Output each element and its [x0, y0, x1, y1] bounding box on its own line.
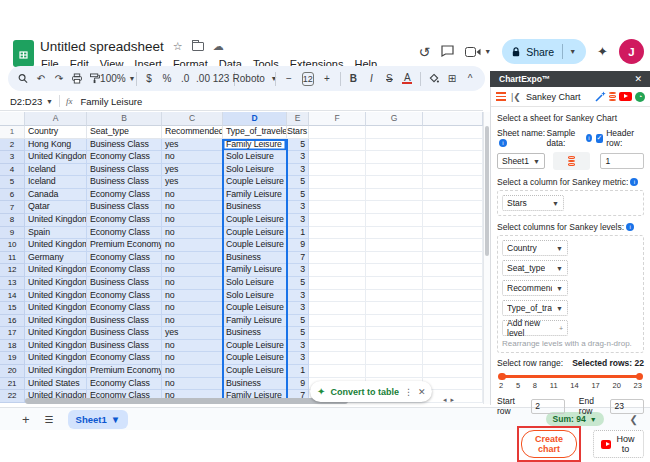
cell[interactable]: 1 [287, 227, 309, 240]
zoom-select[interactable]: 100% ▼ [108, 73, 128, 84]
cell[interactable] [366, 176, 423, 189]
cell[interactable]: United Kingdom [25, 365, 87, 378]
fill-color-icon[interactable] [429, 73, 439, 84]
cell[interactable]: Business [223, 201, 287, 214]
cell[interactable] [309, 340, 366, 353]
cell[interactable] [309, 201, 366, 214]
level-select-type-of-trav-[interactable]: Type_of_trav...▼ [502, 300, 568, 316]
row-header[interactable]: 14 [0, 290, 25, 303]
comment-icon[interactable] [441, 43, 454, 61]
row-header[interactable]: 12 [0, 264, 25, 277]
cell[interactable] [309, 302, 366, 315]
cell[interactable]: no [162, 151, 223, 164]
cell[interactable]: Couple Leisure [223, 176, 287, 189]
cell[interactable]: Qatar [25, 201, 87, 214]
select-all-corner[interactable] [0, 112, 25, 126]
cell[interactable]: Couple Leisure [223, 365, 287, 378]
decrease-font-size-button[interactable]: − [284, 73, 294, 84]
cell[interactable] [423, 189, 483, 202]
column-header[interactable]: C [162, 112, 223, 126]
cell[interactable]: no [162, 252, 223, 265]
cell[interactable] [423, 290, 483, 303]
cell[interactable]: United Kingdom [25, 327, 87, 340]
cell[interactable] [309, 164, 366, 177]
cell[interactable] [366, 352, 423, 365]
cell[interactable] [366, 239, 423, 252]
convert-to-table-label[interactable]: Convert to table [330, 387, 399, 397]
text-color-button[interactable]: A [402, 73, 412, 84]
row-header[interactable]: 9 [0, 227, 25, 240]
cell[interactable]: 3 [287, 290, 309, 303]
magic-wand-icon[interactable] [595, 91, 606, 102]
cell[interactable]: Canada [25, 189, 87, 202]
cell[interactable]: Economy Class [87, 264, 162, 277]
more-options-icon[interactable]: ⋮ [404, 387, 413, 397]
cell[interactable]: Solo Leisure [223, 164, 287, 177]
cell[interactable]: 3 [287, 352, 309, 365]
undo-icon[interactable]: ↶ [36, 73, 46, 84]
column-header[interactable]: G [366, 112, 423, 126]
cell[interactable]: Couple Leisure [223, 302, 287, 315]
cell[interactable] [366, 214, 423, 227]
history-icon[interactable]: ↺ [418, 45, 430, 59]
cell[interactable]: Iceland [25, 176, 87, 189]
account-avatar[interactable]: J [619, 39, 644, 64]
sample-data-button[interactable] [553, 152, 591, 170]
font-select[interactable]: Roboto ▼ [243, 73, 268, 84]
horizontal-scroll-arrows[interactable]: ◂▸ [443, 396, 458, 404]
vertical-scrollbar[interactable] [483, 112, 490, 404]
cell[interactable] [423, 126, 483, 139]
row-header[interactable]: 8 [0, 214, 25, 227]
cell[interactable] [423, 139, 483, 152]
cell[interactable] [309, 126, 366, 139]
back-icon[interactable]: |❮ [511, 92, 521, 102]
gemini-icon[interactable]: ✦ [597, 44, 608, 59]
name-box-dropdown-icon[interactable]: ▼ [46, 98, 53, 105]
row-header[interactable]: 21 [0, 378, 25, 391]
cell[interactable] [366, 277, 423, 290]
cell[interactable]: Business Class [87, 315, 162, 328]
cell[interactable]: Family Leisure [223, 139, 287, 152]
cell[interactable]: 5 [287, 327, 309, 340]
header-row-input[interactable]: 1 [600, 153, 644, 169]
level-select-country[interactable]: Country▼ [502, 240, 568, 256]
cell[interactable] [309, 239, 366, 252]
row-header[interactable]: 13 [0, 277, 25, 290]
row-header[interactable]: 18 [0, 340, 25, 353]
cell[interactable]: 3 [287, 164, 309, 177]
cell[interactable]: Stars [287, 126, 309, 139]
cell[interactable] [423, 365, 483, 378]
level-select-seat-type[interactable]: Seat_type▼ [502, 260, 568, 276]
cell[interactable] [309, 315, 366, 328]
sheets-logo-icon[interactable] [13, 40, 34, 67]
cell[interactable]: no [162, 365, 223, 378]
cell[interactable] [423, 315, 483, 328]
cell[interactable]: Germany [25, 252, 87, 265]
cell[interactable] [423, 239, 483, 252]
column-header[interactable]: A [25, 112, 87, 126]
cell[interactable] [366, 302, 423, 315]
info-icon[interactable]: i [586, 134, 592, 142]
cell[interactable]: United Kingdom [25, 290, 87, 303]
cell[interactable]: yes [162, 139, 223, 152]
font-size-input[interactable]: 12 [302, 72, 314, 86]
cell[interactable]: Business Class [87, 201, 162, 214]
cell[interactable]: 7 [287, 252, 309, 265]
cell[interactable]: yes [162, 164, 223, 177]
row-header[interactable]: 11 [0, 252, 25, 265]
horizontal-scrollbar-thumb[interactable] [25, 398, 348, 404]
cell[interactable]: no [162, 189, 223, 202]
cell[interactable]: no [162, 277, 223, 290]
cell[interactable] [309, 176, 366, 189]
column-header[interactable]: D [223, 112, 287, 126]
formula-input[interactable]: Family Leisure [80, 96, 142, 107]
increase-font-size-button[interactable]: + [322, 73, 332, 84]
slider-handle-start[interactable] [498, 373, 506, 381]
row-header[interactable]: 20 [0, 365, 25, 378]
metric-select[interactable]: Stars▼ [502, 195, 564, 211]
cell[interactable]: Recommended [162, 126, 223, 139]
sheet-name-select[interactable]: Sheet1▼ [497, 153, 545, 169]
cell[interactable]: United Kingdom [25, 340, 87, 353]
column-header[interactable]: E [287, 112, 309, 126]
cell[interactable]: United Kingdom [25, 239, 87, 252]
